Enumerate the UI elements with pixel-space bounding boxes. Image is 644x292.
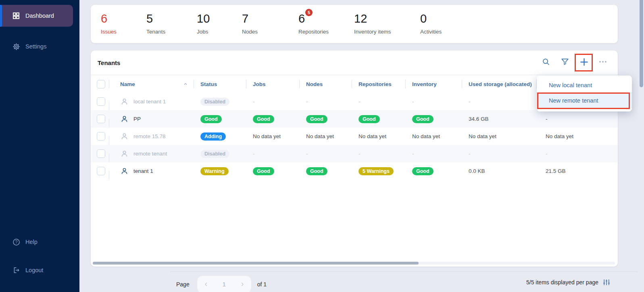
stat-issues: 6Issues <box>101 12 117 35</box>
sidebar-item-label: Settings <box>25 43 46 50</box>
current-page: 1 <box>223 281 226 288</box>
table-row[interactable]: tenant 1WarningGoodGood5 WarningsGood0.0… <box>91 162 618 180</box>
add-tenant-button[interactable] <box>578 57 590 69</box>
column-header-label: Nodes <box>306 81 323 87</box>
table-cell: 21.5 GB <box>536 168 618 174</box>
stat-value: 10 <box>197 12 210 25</box>
items-per-page: 5/5 items displayed per page <box>526 278 611 286</box>
column-header-name[interactable]: Name <box>109 75 194 93</box>
table-cell: - <box>462 99 536 105</box>
vertical-scrollbar[interactable] <box>640 0 643 87</box>
row-checkbox[interactable] <box>97 115 105 123</box>
row-checkbox[interactable] <box>97 97 105 106</box>
chevron-left-icon[interactable] <box>203 281 209 288</box>
menu-item-new-local-tenant[interactable]: New local tenant <box>537 78 632 93</box>
page-input[interactable]: 1 <box>197 275 252 292</box>
person-icon <box>120 149 129 158</box>
person-icon <box>120 97 129 106</box>
table-cell: - <box>299 99 352 105</box>
sidebar-item-label: Logout <box>25 267 43 273</box>
tenant-name-cell[interactable]: PP <box>109 115 194 123</box>
column-header-jobs[interactable]: Jobs <box>246 75 299 93</box>
status-pill: Good <box>412 115 434 123</box>
help-icon: ? <box>12 238 21 246</box>
stat-value: 65 <box>298 12 305 25</box>
cell-text: - <box>546 151 548 157</box>
table-cell: - <box>352 151 405 157</box>
column-header-inventory[interactable]: Inventory <box>405 75 462 93</box>
stat-inventory-items: 12Inventory items <box>354 12 391 35</box>
cell-text: No data yet <box>412 133 440 139</box>
column-header-used-storage-allocated[interactable]: Used storage (allocated) <box>462 75 536 93</box>
toolbar-icons <box>533 57 609 69</box>
table-cell: Good <box>352 115 405 123</box>
table-cell: Good <box>405 167 462 175</box>
table-cell: No data yet <box>405 133 462 139</box>
table-cell: No data yet <box>246 133 299 139</box>
table-cell: Disabled <box>194 98 246 106</box>
more-actions-button[interactable] <box>597 57 609 69</box>
column-header-label: Repositories <box>358 81 392 87</box>
stat-label: Inventory items <box>354 29 391 35</box>
table-cell: Good <box>246 167 299 175</box>
table-cell: - <box>246 99 299 105</box>
tenant-name-cell[interactable]: tenant 1 <box>109 167 194 175</box>
row-checkbox[interactable] <box>97 149 105 158</box>
sort-asc-icon[interactable] <box>183 82 188 86</box>
cell-text: - <box>469 151 471 157</box>
row-checkbox[interactable] <box>97 167 105 175</box>
main-content: 6Issues5Tenants10Jobs7Nodes65Repositorie… <box>79 0 644 292</box>
stat-label: Activities <box>420 29 442 35</box>
stat-value: 0 <box>420 12 427 25</box>
table-cell: - <box>536 151 618 157</box>
cell-text: 21.5 GB <box>546 168 566 174</box>
select-all-cell <box>91 75 109 93</box>
cell-text: 34.6 GB <box>469 116 489 122</box>
tenant-name-cell[interactable]: remote 15.78 <box>109 132 194 141</box>
horizontal-scrollbar[interactable] <box>93 262 419 265</box>
row-checkbox[interactable] <box>97 132 105 141</box>
chevron-right-icon[interactable] <box>239 281 246 288</box>
menu-item-label: New local tenant <box>549 82 592 88</box>
menu-item-new-remote-tenant[interactable]: New remote tenant <box>537 93 632 108</box>
page-count-label: of 1 <box>257 281 267 288</box>
add-tenant-dropdown: New local tenantNew remote tenant <box>537 76 632 111</box>
stat-repositories: 65Repositories <box>298 12 329 35</box>
sidebar-item-dashboard[interactable]: Dashboard <box>0 5 73 27</box>
stat-badge: 5 <box>305 9 313 16</box>
table-cell: No data yet <box>299 133 352 139</box>
sidebar-item-label: Help <box>25 239 38 245</box>
cell-text: - <box>469 99 471 105</box>
table-row[interactable]: PPGoodGoodGoodGoodGood34.6 GB- <box>91 110 618 128</box>
table-cell: - <box>536 116 618 122</box>
cell-text: - <box>253 151 255 157</box>
column-header-status[interactable]: Status <box>194 75 246 93</box>
row-select-cell <box>91 132 109 141</box>
cell-text: No data yet <box>306 133 334 139</box>
items-per-page-settings-icon[interactable] <box>602 278 611 286</box>
column-header-nodes[interactable]: Nodes <box>299 75 352 93</box>
cell-text: - <box>358 99 361 105</box>
status-pill: Disabled <box>200 150 229 158</box>
cell-text: - <box>358 151 361 157</box>
stat-value: 12 <box>354 12 367 25</box>
column-header-repositories[interactable]: Repositories <box>352 75 405 93</box>
stats-card: 6Issues5Tenants10Jobs7Nodes65Repositorie… <box>91 5 618 43</box>
tenant-name-cell[interactable]: local tenant 1 <box>109 97 194 106</box>
table-row[interactable]: remote tenantDisabled------ <box>91 145 618 162</box>
search-button[interactable] <box>540 57 552 69</box>
sidebar-item-help[interactable]: ?Help <box>0 231 79 253</box>
table-cell: - <box>246 151 299 157</box>
tenant-name-cell[interactable]: remote tenant <box>109 149 194 158</box>
status-pill: Good <box>306 115 327 123</box>
filter-icon <box>561 57 569 68</box>
table-cell: - <box>299 151 352 157</box>
status-pill: Good <box>412 167 434 175</box>
sidebar-item-logout[interactable]: Logout <box>0 259 79 281</box>
sidebar-item-label: Dashboard <box>25 13 54 19</box>
sidebar-item-settings[interactable]: Settings <box>0 36 79 57</box>
table-row[interactable]: remote 15.78AddingNo data yetNo data yet… <box>91 128 618 145</box>
person-icon <box>120 132 129 141</box>
filter-button[interactable] <box>559 57 571 69</box>
select-all-checkbox[interactable] <box>97 80 105 88</box>
